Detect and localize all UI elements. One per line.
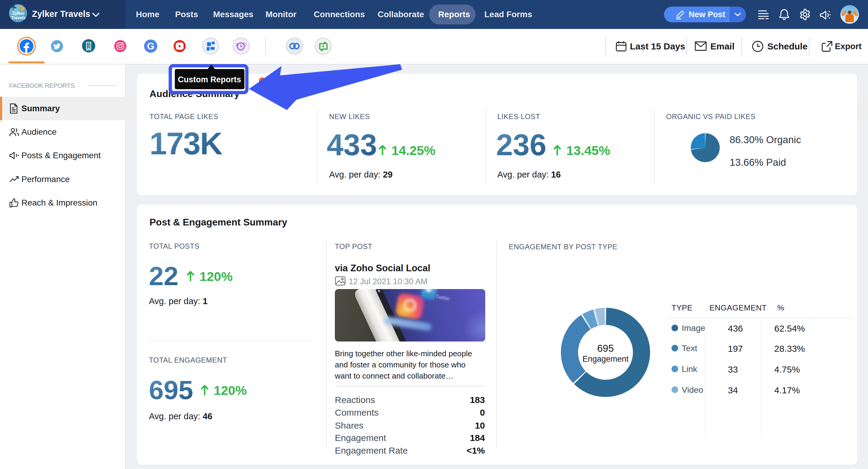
svg-text:Custom Reports: Custom Reports	[178, 75, 241, 84]
